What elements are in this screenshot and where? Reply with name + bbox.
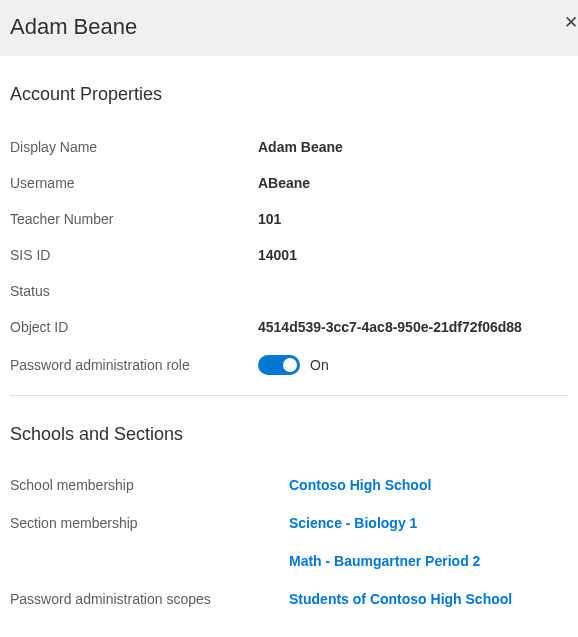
value-teacher-number: 101 [258,211,281,227]
panel-header: Adam Beane ✕ [0,0,578,56]
label-password-admin-scopes: Password administration scopes [10,591,289,607]
label-section-membership: Section membership [10,515,289,531]
row-section-membership-extra: Math - Baumgartner Period 2 [10,553,568,569]
value-username: ABeane [258,175,310,191]
row-teacher-number: Teacher Number 101 [10,211,568,227]
row-username: Username ABeane [10,175,568,191]
row-display-name: Display Name Adam Beane [10,139,568,155]
row-section-membership: Section membership Science - Biology 1 [10,515,568,531]
row-status: Status [10,283,568,299]
label-display-name: Display Name [10,139,258,155]
label-status: Status [10,283,258,299]
label-object-id: Object ID [10,319,258,335]
row-object-id: Object ID 4514d539-3cc7-4ac8-950e-21df72… [10,319,568,335]
section-divider [10,395,568,396]
row-sis-id: SIS ID 14001 [10,247,568,263]
value-object-id: 4514d539-3cc7-4ac8-950e-21df72f06d88 [258,319,522,335]
row-school-membership: School membership Contoso High School [10,477,568,493]
toggle-knob-icon [283,358,297,372]
label-password-admin-role: Password administration role [10,357,258,373]
section-title-account-properties: Account Properties [10,84,568,105]
label-teacher-number: Teacher Number [10,211,258,227]
close-icon[interactable]: ✕ [564,14,578,31]
value-display-name: Adam Beane [258,139,343,155]
section-title-schools-sections: Schools and Sections [10,424,568,445]
link-section-membership-2[interactable]: Math - Baumgartner Period 2 [289,553,480,569]
row-password-admin-role: Password administration role On [10,355,568,375]
toggle-password-admin-role-wrap: On [258,355,329,375]
label-username: Username [10,175,258,191]
label-school-membership: School membership [10,477,289,493]
link-section-membership-1[interactable]: Science - Biology 1 [289,515,417,531]
toggle-state-label: On [310,357,329,373]
panel-content: Account Properties Display Name Adam Bea… [0,56,578,637]
value-sis-id: 14001 [258,247,297,263]
row-password-admin-scopes: Password administration scopes Students … [10,591,568,607]
page-title: Adam Beane [10,14,562,40]
toggle-password-admin-role[interactable] [258,355,300,375]
label-sis-id: SIS ID [10,247,258,263]
link-password-admin-scopes[interactable]: Students of Contoso High School [289,591,512,607]
link-school-membership[interactable]: Contoso High School [289,477,431,493]
